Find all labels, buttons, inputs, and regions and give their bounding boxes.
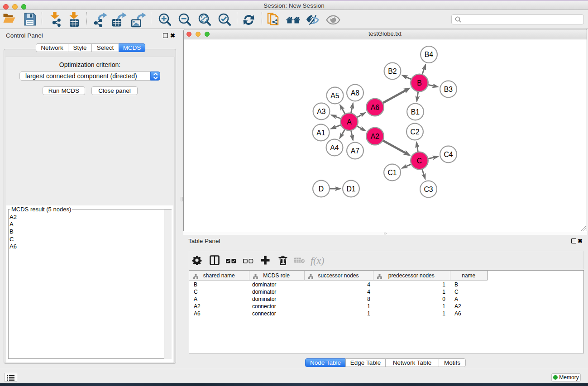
- svg-text:A8: A8: [350, 89, 359, 97]
- svg-text:A7: A7: [350, 147, 359, 155]
- svg-text:C3: C3: [424, 186, 433, 193]
- svg-text:D1: D1: [346, 185, 355, 193]
- svg-text:C1: C1: [387, 169, 397, 176]
- svg-text:A1: A1: [316, 129, 325, 137]
- svg-text:A6: A6: [370, 104, 379, 111]
- svg-text:A: A: [347, 118, 352, 126]
- svg-text:B: B: [417, 79, 422, 87]
- svg-text:B3: B3: [444, 86, 453, 93]
- svg-text:B4: B4: [424, 51, 433, 58]
- svg-text:A5: A5: [330, 92, 339, 100]
- svg-text:B2: B2: [388, 67, 397, 75]
- svg-text:B1: B1: [411, 108, 420, 116]
- svg-text:C: C: [416, 157, 421, 165]
- svg-text:D: D: [318, 185, 323, 193]
- svg-text:A2: A2: [370, 133, 379, 140]
- svg-text:A4: A4: [330, 144, 339, 152]
- svg-text:C4: C4: [444, 151, 453, 158]
- svg-text:A3: A3: [317, 108, 326, 115]
- svg-text:C2: C2: [410, 128, 419, 136]
